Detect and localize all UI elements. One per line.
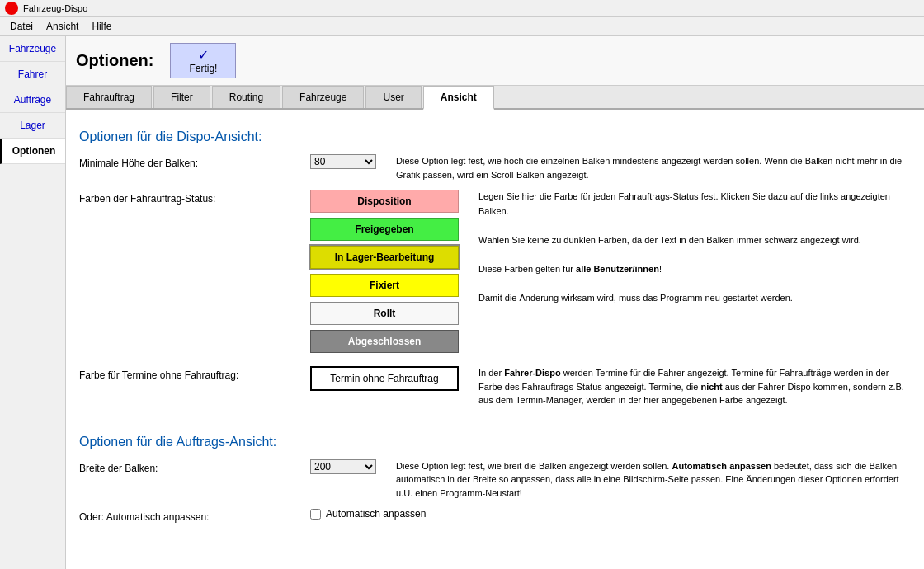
auto-checkbox-row: Automatisch anpassen [310,508,426,520]
termin-btn[interactable]: Termin ohne Fahrauftrag [310,366,459,391]
farben-row: Farben der Fahrauftrag-Status: Dispositi… [79,190,911,358]
min-hoehe-label: Minimale Höhe der Balken: [79,154,310,169]
content-area: Optionen: ✓ Fertig! Fahrauftrag Filter R… [66,36,924,569]
sidebar-item-fahrer[interactable]: Fahrer [0,62,65,87]
breite-control: 200 100 150 250 300 [310,459,376,474]
breite-row: Breite der Balken: 200 100 150 250 300 D… [79,459,911,501]
fertig-button[interactable]: ✓ Fertig! [170,43,236,78]
sidebar-item-optionen[interactable]: Optionen [0,139,65,164]
termin-control: Termin ohne Fahrauftrag [310,366,459,396]
options-header: Optionen: ✓ Fertig! [66,36,924,86]
page-title: Optionen: [76,51,153,70]
sidebar-item-lager[interactable]: Lager [0,113,65,139]
main-layout: Fahrzeuge Fahrer Aufträge Lager Optionen… [0,36,924,569]
menu-datei[interactable]: Datei [3,19,40,34]
section-divider [79,421,911,421]
tab-filter[interactable]: Filter [153,86,210,108]
status-btn-fixiert[interactable]: Fixiert [310,274,459,297]
section2-title: Optionen für die Auftrags-Ansicht: [79,435,911,449]
tab-user[interactable]: User [365,86,421,108]
checkmark-icon: ✓ [198,47,209,63]
termin-label: Farbe für Termine ohne Fahrauftrag: [79,366,310,381]
auto-row: Oder: Automatisch anpassen: Automatisch … [79,508,911,523]
breite-select[interactable]: 200 100 150 250 300 [310,459,376,474]
farben-info3: Diese Farben gelten für alle Benutzer/in… [478,262,911,277]
section1-title: Optionen für die Dispo-Ansicht: [79,129,911,144]
termin-info: In der Fahrer-Dispo werden Termine für d… [478,366,911,407]
auto-label: Oder: Automatisch anpassen: [79,508,310,523]
status-btn-freigegeben[interactable]: Freigegeben [310,218,459,241]
breite-label: Breite der Balken: [79,459,310,474]
farben-info: Legen Sie hier die Farbe für jeden Fahra… [478,190,911,306]
app-icon [5,2,18,15]
min-hoehe-info: Diese Option legt fest, wie hoch die ein… [396,154,911,181]
tab-routing[interactable]: Routing [212,86,280,108]
termin-row: Farbe für Termine ohne Fahrauftrag: Term… [79,366,911,407]
app-title: Fahrzeug-Dispo [23,3,87,13]
farben-label: Farben der Fahrauftrag-Status: [79,190,310,205]
tab-fahrauftrag[interactable]: Fahrauftrag [66,86,152,108]
auto-checkbox-label: Automatisch anpassen [326,508,426,520]
titlebar: Fahrzeug-Dispo [0,0,924,17]
menubar: Datei Ansicht Hilfe [0,17,924,36]
auto-control: Automatisch anpassen [310,508,426,520]
min-hoehe-row: Minimale Höhe der Balken: 80 60 70 90 10… [79,154,911,181]
sidebar: Fahrzeuge Fahrer Aufträge Lager Optionen [0,36,66,569]
farben-info4: Damit die Änderung wirksam wird, muss da… [478,291,911,306]
tab-bar: Fahrauftrag Filter Routing Fahrzeuge Use… [66,86,924,110]
tab-fahrzeuge[interactable]: Fahrzeuge [282,86,364,108]
status-btn-lager[interactable]: In Lager-Bearbeitung [310,246,459,269]
content-body: Optionen für die Dispo-Ansicht: Minimale… [66,110,924,544]
status-btn-abgeschlossen[interactable]: Abgeschlossen [310,330,459,353]
status-buttons-column: Disposition Freigegeben In Lager-Bearbei… [310,190,459,358]
status-btn-disposition[interactable]: Disposition [310,190,459,213]
farben-info1: Legen Sie hier die Farbe für jeden Fahra… [478,190,911,219]
min-hoehe-control: 80 60 70 90 100 [310,154,376,169]
fertig-label: Fertig! [189,63,217,74]
min-hoehe-select[interactable]: 80 60 70 90 100 [310,154,376,169]
menu-hilfe[interactable]: Hilfe [85,19,118,34]
farben-info2: Wählen Sie keine zu dunklen Farben, da d… [478,233,911,248]
sidebar-item-auftraege[interactable]: Aufträge [0,87,65,113]
tab-ansicht[interactable]: Ansicht [423,86,494,110]
sidebar-item-fahrzeuge[interactable]: Fahrzeuge [0,36,65,62]
status-btn-rollt[interactable]: Rollt [310,302,459,325]
auto-checkbox[interactable] [310,509,321,520]
breite-info: Diese Option legt fest, wie breit die Ba… [396,459,911,501]
menu-ansicht[interactable]: Ansicht [40,19,85,34]
